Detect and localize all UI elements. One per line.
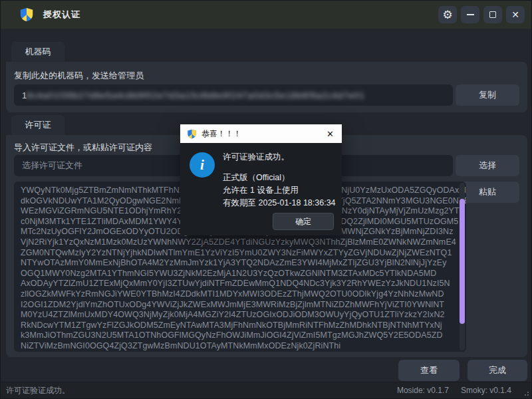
dialog-title: 恭喜！！！ — [201, 128, 324, 140]
tab-license[interactable]: 许可证 — [11, 115, 65, 135]
machine-code-prefix: 1 — [22, 90, 27, 100]
maximize-button[interactable] — [483, 6, 502, 23]
moside-version: Moside: v0.1.7 — [397, 386, 449, 395]
license-file-placeholder: 选择许可证文件 — [22, 160, 82, 172]
status-message: 许可证验证成功。 — [6, 385, 70, 396]
copy-button[interactable]: 复制 — [456, 84, 519, 106]
finish-button[interactable]: 完成 — [467, 360, 527, 381]
view-button[interactable]: 查看 — [398, 360, 460, 381]
dialog-shield-icon — [187, 129, 197, 139]
info-icon: i — [190, 152, 215, 178]
minimize-icon — [467, 14, 474, 15]
statusbar: 许可证验证成功。 Moside: v0.1.7 Smoky: v0.1.4 — [1, 382, 531, 398]
dialog-detail-edition: 正式版（Official） — [223, 172, 336, 184]
dialog-titlebar[interactable]: 恭喜！！！ ✕ — [180, 124, 342, 143]
dialog-body: i 许可证验证成功。 正式版（Official） 允许在 1 设备上使用 有效期… — [180, 143, 342, 235]
titlebar[interactable]: 授权认证 ⚙ ✕ — [1, 1, 531, 29]
select-file-button[interactable]: 选择 — [456, 155, 519, 176]
minimize-button[interactable] — [461, 6, 479, 23]
maximize-icon — [489, 11, 496, 18]
ok-button[interactable]: 确定 — [273, 213, 334, 230]
machine-code-field[interactable]: 1 8c4a01f39b27d6e5a4c8b9f02e7d3a15c6b8e9… — [14, 84, 453, 106]
tab-license-label: 许可证 — [25, 119, 51, 131]
close-button[interactable]: ✕ — [506, 6, 525, 23]
machine-code-instruction: 复制此处的机器码，发送给管理员 — [14, 70, 144, 82]
gear-icon: ⚙ — [442, 9, 452, 21]
success-dialog: 恭喜！！！ ✕ i 许可证验证成功。 正式版（Official） 允许在 1 设… — [180, 124, 342, 235]
smoky-version: Smoky: v0.1.4 — [461, 386, 511, 395]
tab-machine-code[interactable]: 机器码 — [11, 42, 65, 62]
settings-button[interactable]: ⚙ — [438, 6, 457, 23]
resize-grip-icon[interactable] — [522, 389, 529, 396]
license-scrollbar[interactable] — [460, 183, 465, 350]
dialog-message: 许可证验证成功。 — [223, 151, 336, 164]
license-scrollbar-thumb[interactable] — [460, 199, 465, 324]
machine-code-panel: 复制此处的机器码，发送给管理员 1 8c4a01f39b27d6e5a4c8b9… — [6, 62, 527, 112]
window-title: 授权认证 — [43, 9, 80, 21]
app-window: 授权认证 ⚙ ✕ 机器码 复制此处的机器码，发送给管理员 1 8c4a01f39… — [0, 0, 532, 399]
shield-icon — [19, 7, 34, 22]
close-icon: ✕ — [511, 9, 519, 20]
dialog-detail-expiry: 有效期至 2025-01-18 18:36:34 — [223, 197, 336, 209]
dialog-detail-devices: 允许在 1 设备上使用 — [223, 184, 336, 197]
machine-code-masked: 8c4a01f39b27d6e5a4c8b9f02e7d3a15c6b8e9f2… — [27, 90, 365, 100]
tab-machine-code-label: 机器码 — [25, 46, 51, 58]
dialog-close-icon[interactable]: ✕ — [324, 129, 336, 139]
license-instruction: 导入许可证文件，或粘贴许可证内容 — [14, 142, 152, 154]
